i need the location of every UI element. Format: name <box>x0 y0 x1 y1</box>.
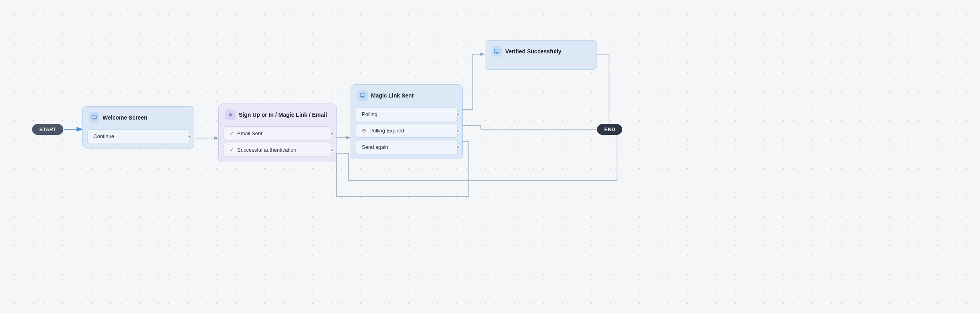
signup-auth-out <box>330 148 334 152</box>
svg-rect-0 <box>92 116 97 119</box>
signup-body: ✓ Email Sent ✓ Successful authentication <box>219 124 336 162</box>
svg-rect-3 <box>360 93 365 97</box>
magic-send-label: Send again <box>362 144 388 150</box>
signup-auth-label: Successful authentication <box>237 147 296 153</box>
welcome-continue-out <box>188 134 192 138</box>
end-label: END <box>604 126 615 132</box>
start-label: START <box>39 126 56 132</box>
welcome-title: Welcome Screen <box>103 114 147 121</box>
magic-header: Magic Link Sent <box>351 85 462 105</box>
magic-row-expired[interactable]: ⊖ Polling Expired <box>356 124 458 138</box>
signup-row-email[interactable]: ✓ Email Sent <box>224 126 331 140</box>
verified-title: Verified Successfully <box>505 48 561 55</box>
signup-email-out <box>330 132 334 136</box>
signup-email-label: Email Sent <box>237 130 262 136</box>
email-check-icon: ✓ <box>230 130 234 136</box>
magic-icon <box>357 90 368 101</box>
line-magic-expired-end <box>462 126 597 129</box>
verified-header: Verified Successfully <box>485 41 597 61</box>
welcome-header: Welcome Screen <box>83 107 194 127</box>
verified-icon <box>492 46 502 57</box>
svg-rect-6 <box>494 49 499 53</box>
magic-send-out <box>456 145 460 149</box>
magic-expired-out <box>456 129 460 133</box>
magic-body: Polling ⊖ Polling Expired Send again <box>351 105 462 159</box>
magic-title: Magic Link Sent <box>371 92 414 99</box>
welcome-row-continue[interactable]: Continue <box>87 129 189 143</box>
signup-node: Sign Up or In / Magic Link / Email ✓ Ema… <box>218 104 337 162</box>
signup-header: Sign Up or In / Magic Link / Email <box>219 104 336 124</box>
line-verified-end <box>597 54 609 129</box>
flow-canvas: START END Welcome Screen Continue <box>0 0 980 313</box>
start-node: START <box>32 124 63 135</box>
signup-row-auth[interactable]: ✓ Successful authentication <box>224 143 331 157</box>
end-node: END <box>597 124 622 135</box>
auth-check-icon: ✓ <box>230 147 234 153</box>
welcome-body: Continue <box>83 127 194 148</box>
magic-expired-label: Polling Expired <box>369 128 404 134</box>
welcome-continue-label: Continue <box>93 133 114 139</box>
magic-node: Magic Link Sent Polling ⊖ Polling Expire… <box>351 84 463 159</box>
magic-polling-out <box>456 112 460 116</box>
welcome-icon <box>89 112 99 123</box>
signup-icon <box>225 110 236 120</box>
signup-title: Sign Up or In / Magic Link / Email <box>239 112 327 118</box>
expired-minus-icon: ⊖ <box>362 128 366 134</box>
magic-row-polling[interactable]: Polling <box>356 107 458 121</box>
magic-row-send[interactable]: Send again <box>356 140 458 154</box>
verified-body <box>485 61 597 69</box>
welcome-node: Welcome Screen Continue <box>82 106 194 148</box>
verified-node: Verified Successfully <box>485 40 597 70</box>
line-magic-polling-verified <box>462 54 484 110</box>
magic-polling-label: Polling <box>362 111 377 117</box>
